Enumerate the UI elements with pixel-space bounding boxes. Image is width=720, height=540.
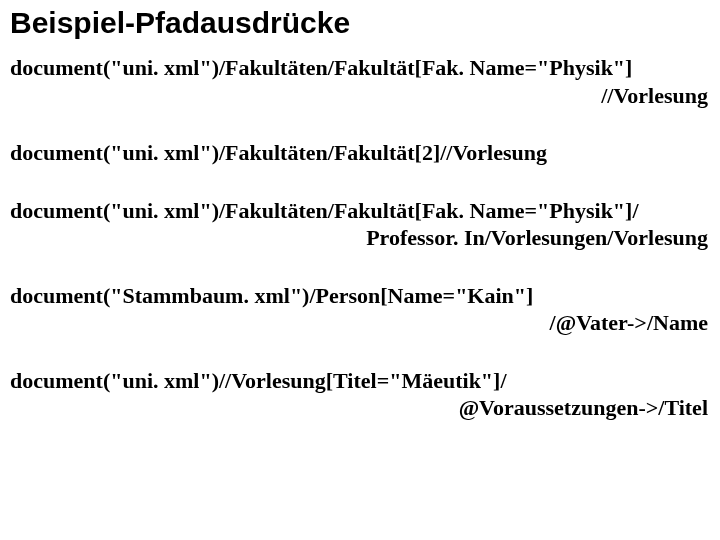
path-expression: document("Stammbaum. xml")/Person[Name="…	[10, 282, 710, 337]
path-expression: document("uni. xml")//Vorlesung[Titel="M…	[10, 367, 710, 422]
slide: Beispiel-Pfadausdrücke document("uni. xm…	[0, 0, 720, 426]
page-title: Beispiel-Pfadausdrücke	[10, 6, 710, 40]
expression-line: document("uni. xml")/Fakultäten/Fakultät…	[10, 197, 710, 225]
expression-line: Professor. In/Vorlesungen/Vorlesung	[10, 224, 710, 252]
expression-line: //Vorlesung	[10, 82, 710, 110]
expression-line: document("uni. xml")/Fakultäten/Fakultät…	[10, 139, 710, 167]
expression-line: /@Vater->/Name	[10, 309, 710, 337]
path-expression: document("uni. xml")/Fakultäten/Fakultät…	[10, 197, 710, 252]
path-expression: document("uni. xml")/Fakultäten/Fakultät…	[10, 139, 710, 167]
expression-line: document("Stammbaum. xml")/Person[Name="…	[10, 282, 710, 310]
expression-line: document("uni. xml")/Fakultäten/Fakultät…	[10, 54, 710, 82]
expression-line: document("uni. xml")//Vorlesung[Titel="M…	[10, 367, 710, 395]
path-expression: document("uni. xml")/Fakultäten/Fakultät…	[10, 54, 710, 109]
expression-line: @Voraussetzungen->/Titel	[10, 394, 710, 422]
